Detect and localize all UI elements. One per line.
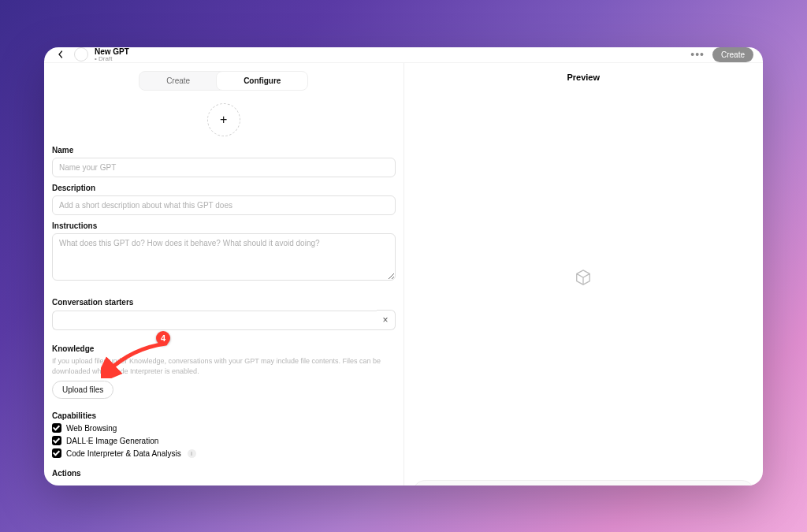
cube-icon <box>575 269 592 286</box>
checkbox-checked-icon[interactable] <box>52 436 61 445</box>
draft-status: • Draft <box>95 56 129 63</box>
gpt-editor-window: New GPT • Draft ••• Create Create Config… <box>44 47 763 485</box>
close-icon: × <box>382 314 388 326</box>
more-menu-icon[interactable]: ••• <box>690 48 705 61</box>
capability-code-interpreter[interactable]: Code Interpreter & Data Analysis i <box>52 448 396 458</box>
title-text: New GPT • Draft <box>95 47 129 63</box>
message-bar: ? <box>412 480 756 485</box>
capability-web-browsing[interactable]: Web Browsing <box>52 423 396 433</box>
tab-segment: Create Configure <box>139 71 308 91</box>
capability-label: Web Browsing <box>66 424 117 433</box>
titlebar: New GPT • Draft ••• Create <box>44 47 763 64</box>
tab-create[interactable]: Create <box>139 72 217 90</box>
description-label: Description <box>52 184 396 192</box>
checkbox-checked-icon[interactable] <box>52 423 61 433</box>
gpt-avatar-placeholder <box>74 47 88 61</box>
preview-panel: Preview ? <box>404 63 764 485</box>
plus-icon: + <box>220 113 227 127</box>
remove-starter-button[interactable]: × <box>377 310 396 330</box>
actions-label: Actions <box>52 469 396 478</box>
conversation-starters-label: Conversation starters <box>52 298 396 307</box>
upload-files-button[interactable]: Upload files <box>52 381 113 399</box>
configure-panel: Create Configure + Name Description Inst… <box>44 63 404 485</box>
instructions-textarea[interactable] <box>52 233 396 281</box>
capability-dalle[interactable]: DALL·E Image Generation <box>52 436 396 445</box>
tab-configure[interactable]: Configure <box>216 71 308 91</box>
knowledge-label: Knowledge <box>52 344 396 353</box>
preview-title: Preview <box>404 63 764 82</box>
info-icon[interactable]: i <box>188 449 196 458</box>
page-title: New GPT <box>95 47 129 56</box>
avatar-upload-button[interactable]: + <box>207 103 240 136</box>
description-input[interactable] <box>52 195 396 215</box>
capabilities-label: Capabilities <box>52 411 396 420</box>
conversation-starter-input[interactable] <box>52 311 377 330</box>
back-button[interactable] <box>54 50 68 58</box>
instructions-label: Instructions <box>52 221 396 230</box>
checkbox-checked-icon[interactable] <box>52 448 61 458</box>
capability-label: DALL·E Image Generation <box>66 437 158 445</box>
name-input[interactable] <box>52 158 396 177</box>
preview-empty-area <box>404 82 764 472</box>
name-label: Name <box>52 146 396 154</box>
create-button[interactable]: Create <box>712 47 753 62</box>
knowledge-hint: If you upload files under Knowledge, con… <box>52 356 396 376</box>
capability-label: Code Interpreter & Data Analysis <box>66 449 181 458</box>
